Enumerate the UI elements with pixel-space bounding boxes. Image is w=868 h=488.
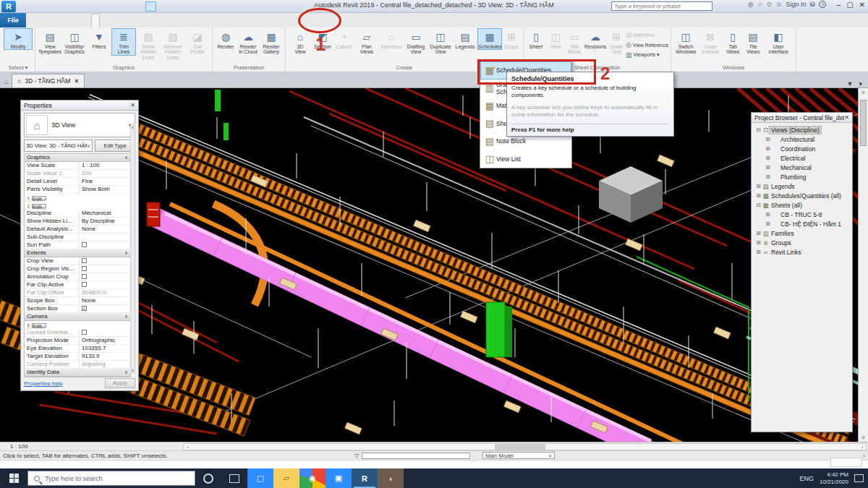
redo-icon[interactable] [64,1,75,12]
close-inactive-button[interactable]: ⊠Close Inactive [698,28,723,56]
section-collapse-icon[interactable]: ∧ [124,154,130,161]
ribbon-tab[interactable] [107,14,114,27]
properties-close-icon[interactable]: ✕ [130,102,135,108]
callout-button[interactable]: ◔Callout [333,28,354,50]
property-row[interactable]: Graphics ∧ [25,154,130,162]
maximize-button[interactable]: ▢ [846,1,853,9]
text-icon[interactable] [111,1,122,12]
taskbar-explorer-icon[interactable]: ▱ [273,468,299,488]
project-browser-title-bar[interactable]: Project Browser - Central file_detac... … [752,113,852,123]
communication-icon[interactable]: ☆ [757,1,763,8]
status-scroll-left-icon[interactable]: ‹ [863,453,865,459]
language-indicator[interactable]: ENG [799,475,814,482]
open-icon[interactable] [18,1,29,12]
properties-help-link[interactable]: Properties help [24,380,63,387]
property-row[interactable]: Eye Elevation 103355.7 103355.7 [25,345,130,353]
project-browser-close-icon[interactable]: ✕ [844,114,849,121]
viewports-button[interactable]: ▥Viewports ▾ [626,51,668,59]
ribbon-tab[interactable] [77,14,84,27]
plan-views-button[interactable]: ▱Plan Views [354,28,379,56]
property-row[interactable]: Scale Value 1: 100 100 [25,170,130,178]
schedules-button[interactable]: ▦Schedules [477,28,502,50]
guide-grid-button[interactable]: ⊞Guide Grid [607,28,626,56]
expand-icon[interactable]: ⊞ [765,221,771,227]
expand-icon[interactable]: ⊞ [765,155,771,161]
ribbon-tab[interactable] [55,14,62,27]
taskbar-gimp-icon[interactable]: ◖ [378,468,404,488]
checkbox[interactable] [82,266,87,271]
file-tab[interactable]: File [0,13,26,27]
duplicate-view-button[interactable]: ◫Duplicate View [428,28,453,56]
property-row[interactable]: Section Box [25,305,130,313]
ribbon-tab[interactable] [62,14,69,27]
property-row[interactable]: Locked Orientat... [25,329,130,337]
taskbar-zoom-icon[interactable]: ▢ [247,468,273,488]
properties-title-bar[interactable]: Properties ✕ [21,100,138,111]
expand-icon[interactable]: ⊞ [765,211,771,218]
tree-groups[interactable]: ⊞ ⊚ Groups [753,238,851,247]
3d-view-button[interactable]: ⌂3D View [288,28,312,56]
qat-customize-icon[interactable] [169,1,179,12]
scrollbar-thumb[interactable] [495,444,545,450]
scroll-right-icon[interactable]: › [859,444,866,450]
remove-hidden-lines-button[interactable]: ▧Remove Hidden Lines [161,28,185,61]
tree-revit-links[interactable]: ⊞ ∞ Revit Links [753,247,851,257]
close-button[interactable]: ✕ [859,1,865,9]
cut-profile-button[interactable]: ◪Cut Profile [185,28,210,56]
property-row[interactable]: Parts Visibility Show Both Show Both [25,186,130,194]
search-icon[interactable]: ◎ [748,1,754,8]
ribbon-tab[interactable] [122,14,129,27]
canvas-vertical-scrollbar[interactable]: ∧ ∨ [858,88,868,442]
checkbox[interactable] [82,330,87,335]
start-button[interactable] [0,468,27,488]
avatar-icon[interactable]: ☺ [775,1,782,8]
scroll-up-icon[interactable]: ∧ [859,88,868,97]
ribbon-tab[interactable] [84,14,91,27]
property-row[interactable]: Projection Mode Orthographic Orthographi… [25,337,130,345]
tree-sheet-cb-hedien[interactable]: ⊞ CB- HỆ ĐIỆN - Hầm 1 [753,219,851,228]
property-row[interactable]: Scope Box None None [25,297,130,305]
property-row[interactable]: Sun Path [25,241,130,249]
apply-button[interactable]: Apply [105,378,135,388]
tree-views-discipline[interactable]: ⊟ ⊡ Views (Discipline) [753,125,851,134]
property-row[interactable]: Visibility/Graphi... Edit... Edit... [25,194,49,202]
property-row[interactable]: Camera ∧ [25,313,130,321]
property-row[interactable]: Sub-Discipline [25,234,130,241]
panel-label[interactable]: Presentation [213,64,285,72]
taskbar-clock[interactable]: 4:42 PM 10/21/2020 [820,471,848,485]
property-row[interactable]: Default Analysis... None None [25,226,130,234]
tile-views-button[interactable]: ▤Tile Views [743,28,763,56]
scroll-left-icon[interactable]: ‹ [184,444,191,450]
section-collapse-icon[interactable]: ∧ [124,313,130,320]
save-icon[interactable] [30,1,41,12]
tab-list-icon[interactable]: ▼ [847,80,854,87]
property-row[interactable]: Discipline Mechanical Mechanical [25,210,130,218]
task-view-button[interactable] [221,468,247,488]
tree-plumbing[interactable]: ⊞ Plumbing [753,172,851,181]
home-icon[interactable]: ⌂ [4,77,9,85]
ribbon-tab[interactable] [100,14,107,27]
taskbar-revit-icon[interactable]: R [352,468,378,488]
scroll-down-icon[interactable]: ∨ [859,433,868,442]
minimize-button[interactable]: – [837,1,841,9]
sign-in-label[interactable]: Sign In [786,1,806,8]
expand-icon[interactable]: ⊞ [755,183,762,189]
revit-app-menu-icon[interactable]: R [1,1,16,12]
title-block-button[interactable]: ▭Title Block [565,28,584,56]
ribbon-tab[interactable] [48,14,55,27]
help-icon[interactable]: ? [819,1,826,8]
measure-icon[interactable] [88,1,98,12]
tree-mechanical[interactable]: ⊞ Mechanical [753,163,851,172]
tree-legends[interactable]: ⊞ ▤ Legends [753,181,851,191]
checkbox[interactable] [82,258,87,263]
sync-icon[interactable] [41,1,52,12]
property-row[interactable]: Far Clip Active [25,281,130,289]
revisions-button[interactable]: ☁Revisions [584,28,607,50]
print-icon[interactable] [76,1,87,12]
section-collapse-icon[interactable]: ∨ [124,369,130,376]
tree-coordination[interactable]: ⊞ Coordination [753,144,851,153]
view-reference-button[interactable]: ◎View Reference [626,40,668,49]
action-center-icon[interactable] [854,474,864,482]
scroll-up-icon[interactable]: ∧ [131,124,135,129]
checkbox[interactable] [82,306,87,311]
